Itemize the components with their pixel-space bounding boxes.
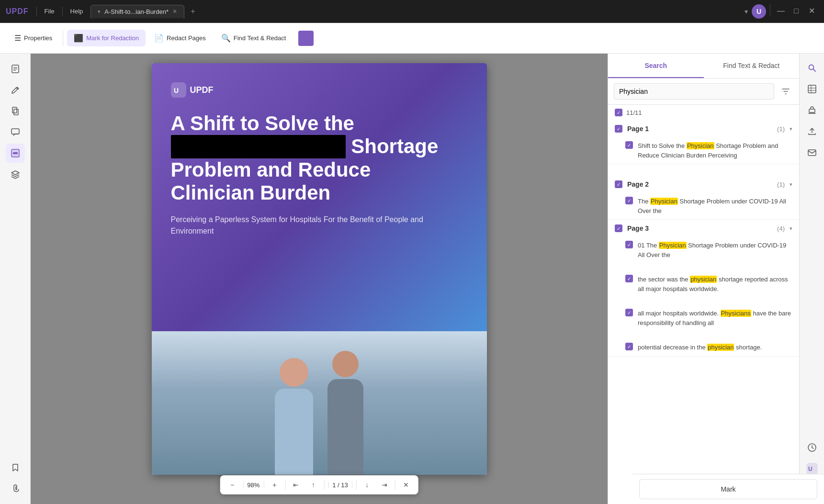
- svg-point-11: [809, 65, 813, 70]
- result-group-page3: ✓ Page 3 (4) ▾ ✓ 01 The Physician Shorta…: [608, 220, 799, 357]
- prev-page-button[interactable]: ↑: [306, 478, 320, 492]
- title-shortage: Shortage: [351, 135, 438, 157]
- spacer-p3r1: [608, 263, 799, 271]
- toolbar-divider1: [63, 31, 63, 46]
- result-group-page3-header[interactable]: ✓ Page 3 (4) ▾: [608, 220, 799, 237]
- svg-rect-6: [11, 129, 19, 134]
- right-mail-icon[interactable]: [803, 144, 821, 161]
- sidebar-item-bookmark[interactable]: [6, 458, 25, 477]
- right-upload-icon[interactable]: [803, 123, 821, 140]
- page3-result-item-3[interactable]: ✓ all major hospitals worldwide. Physici…: [608, 305, 799, 331]
- page2-result1-highlight: Physician: [650, 198, 678, 205]
- redact-pages-label: Redact Pages: [167, 34, 206, 42]
- right-table-icon[interactable]: [803, 80, 821, 98]
- right-stamp-icon[interactable]: [803, 101, 821, 119]
- right-save-icon[interactable]: [803, 439, 821, 456]
- sidebar-item-edit[interactable]: [6, 80, 25, 100]
- redact-pages-button[interactable]: 📄 Redact Pages: [147, 30, 213, 46]
- page3-result2-highlight: physician: [690, 276, 717, 283]
- pdf-doc-logo: U UPDF: [171, 82, 468, 98]
- tab-find-text-redact[interactable]: Find Text & Redact: [704, 54, 800, 78]
- page3-result3-highlight: Physicians: [721, 310, 751, 317]
- svg-rect-8: [13, 152, 18, 154]
- properties-button[interactable]: ☰ Properties: [8, 30, 59, 46]
- page1-result1-text: Shift to Solve the Physician Shortage Pr…: [638, 141, 792, 160]
- sidebar-item-pages[interactable]: [6, 101, 25, 121]
- main-area: U UPDF A Shift to Solve the ████████████…: [0, 54, 824, 504]
- sidebar-item-attachment[interactable]: [6, 479, 25, 498]
- zoom-out-button[interactable]: −: [226, 478, 239, 492]
- page3-result1-text: 01 The Physician Shortage Problem under …: [638, 241, 792, 259]
- close-button[interactable]: ✕: [805, 4, 818, 18]
- page3-result-item-2[interactable]: ✓ the sector was the physician shortage …: [608, 271, 799, 297]
- color-picker-area: [298, 31, 314, 46]
- page1-result-item-1[interactable]: ✓ Shift to Solve the Physician Shortage …: [608, 137, 799, 164]
- result-group-page2-header[interactable]: ✓ Page 2 (1) ▾: [608, 176, 799, 193]
- sidebar-item-comment[interactable]: [6, 123, 25, 142]
- spacer1: [608, 164, 799, 176]
- active-tab[interactable]: ▾ A-Shift-to...ian-Burden* ✕: [90, 5, 184, 18]
- svg-rect-18: [808, 150, 816, 156]
- filter-button[interactable]: [778, 84, 793, 99]
- page1-label: Page 1: [627, 125, 772, 133]
- first-page-button[interactable]: ⇤: [289, 478, 303, 492]
- mark-button[interactable]: Mark: [639, 479, 817, 499]
- tab-close-button[interactable]: ✕: [172, 8, 177, 15]
- page2-checkbox[interactable]: ✓: [615, 180, 622, 188]
- find-text-redact-button[interactable]: 🔍 Find Text & Redact: [214, 30, 293, 46]
- maximize-button[interactable]: □: [790, 4, 803, 18]
- right-search-icon[interactable]: [803, 59, 821, 77]
- minimize-button[interactable]: —: [774, 4, 788, 18]
- page3-result4-highlight: physician: [707, 344, 734, 351]
- right-panel-tabs: Search Find Text & Redact: [608, 54, 799, 78]
- zoom-in-button[interactable]: +: [268, 478, 281, 492]
- find-text-icon: 🔍: [221, 34, 231, 43]
- new-tab-button[interactable]: +: [186, 5, 200, 18]
- title-part3: Problem and Reduce: [171, 158, 371, 181]
- scrollbar-track: [630, 105, 632, 392]
- file-menu[interactable]: File: [45, 8, 55, 15]
- page3-result-item-1[interactable]: ✓ 01 The Physician Shortage Problem unde…: [608, 237, 799, 263]
- result-group-page1-header[interactable]: ✓ Page 1 (1) ▾: [608, 120, 799, 137]
- color-picker-button[interactable]: [298, 31, 314, 46]
- search-input[interactable]: [614, 83, 774, 100]
- total-pages: 13: [341, 482, 348, 489]
- page3-arrow-icon: ▾: [790, 225, 792, 232]
- mark-for-redaction-button[interactable]: ⬛ Mark for Redaction: [67, 30, 146, 46]
- left-panel-toggle[interactable]: [63, 272, 69, 286]
- properties-label: Properties: [24, 34, 52, 42]
- current-page: 1: [332, 482, 336, 489]
- close-controls-button[interactable]: ✕: [399, 478, 413, 492]
- page3-result-item-4[interactable]: ✓ potential decrease in the physician sh…: [608, 339, 799, 356]
- right-edge-panel: U: [799, 54, 824, 504]
- page2-result-item-1[interactable]: ✓ The Physician Shortage Problem under C…: [608, 193, 799, 219]
- tab-title: A-Shift-to...ian-Burden*: [104, 8, 169, 15]
- tab-search[interactable]: Search: [608, 54, 704, 78]
- page2-count: (1): [777, 181, 785, 188]
- svg-rect-16: [809, 109, 815, 112]
- next-page-button[interactable]: ↓: [361, 478, 374, 492]
- pdf-subtitle: Perceiving a Paperless System for Hospit…: [171, 214, 468, 237]
- page3-checkbox[interactable]: ✓: [615, 224, 622, 232]
- last-page-button[interactable]: ⇥: [378, 478, 391, 492]
- pc-divider1: [285, 480, 285, 490]
- page2-label: Page 2: [627, 180, 772, 188]
- sidebar-item-redact[interactable]: [6, 144, 25, 163]
- page1-checkbox[interactable]: ✓: [615, 125, 622, 133]
- svg-rect-12: [808, 85, 816, 93]
- help-menu[interactable]: Help: [70, 8, 83, 15]
- page3-result1-highlight: Physician: [659, 242, 687, 249]
- page3-result4-text: potential decrease in the physician shor…: [638, 343, 762, 352]
- sidebar-item-document[interactable]: [6, 59, 25, 78]
- pdf-viewer: U UPDF A Shift to Solve the ████████████…: [31, 54, 608, 504]
- sidebar-item-layers[interactable]: [6, 165, 25, 184]
- app-logo: UPDF: [6, 7, 29, 16]
- select-all-checkbox[interactable]: ✓: [615, 109, 622, 116]
- tabs-dropdown-icon[interactable]: ▾: [745, 8, 748, 15]
- mark-for-redaction-label: Mark for Redaction: [86, 34, 139, 42]
- search-bar: [608, 78, 799, 105]
- right-panel: Search Find Text & Redact ✓ 11/11 ✓: [608, 54, 799, 504]
- spacer-p3r3: [608, 331, 799, 339]
- page3-label: Page 3: [627, 224, 772, 232]
- user-avatar[interactable]: U: [752, 4, 766, 19]
